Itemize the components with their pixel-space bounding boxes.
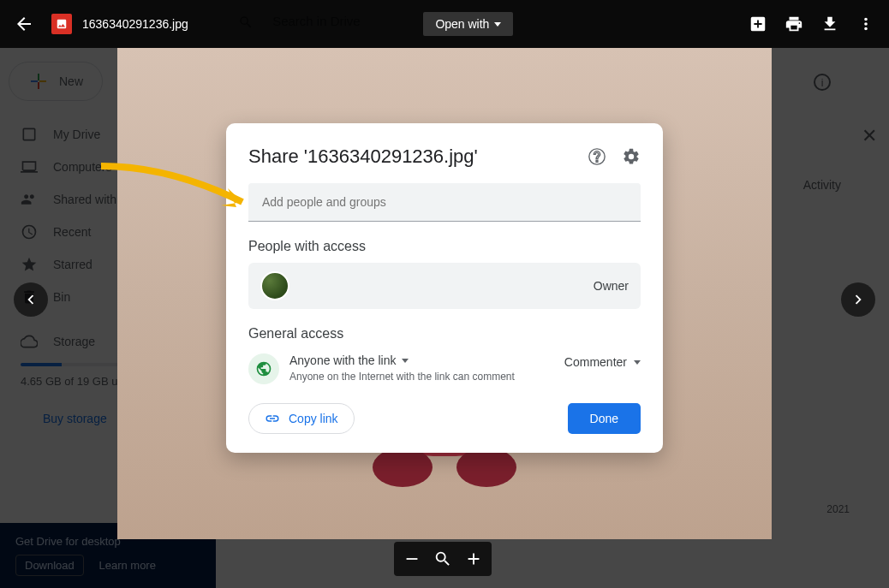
link-icon xyxy=(265,411,280,426)
image-filetype-icon xyxy=(51,14,72,34)
next-image-button[interactable] xyxy=(841,282,875,317)
back-arrow-icon[interactable] xyxy=(14,14,34,34)
help-icon[interactable] xyxy=(588,147,606,166)
access-description: Anyone on the Internet with the link can… xyxy=(289,371,564,383)
more-options-icon[interactable] xyxy=(856,15,875,33)
settings-gear-icon[interactable] xyxy=(622,147,641,166)
globe-icon xyxy=(248,353,279,384)
share-modal: Share '1636340291236.jpg' People with ac… xyxy=(226,123,663,453)
zoom-reset-icon[interactable] xyxy=(433,549,452,568)
print-icon[interactable] xyxy=(785,15,803,33)
zoom-out-icon[interactable] xyxy=(403,549,421,568)
zoom-controls xyxy=(394,542,492,576)
download-icon[interactable] xyxy=(820,15,839,33)
viewer-topbar: 1636340291236.jpg Open with xyxy=(0,0,889,48)
owner-row: Owner xyxy=(248,263,641,309)
owner-role-label: Owner xyxy=(594,279,629,293)
avatar xyxy=(260,271,289,300)
chevron-down-icon xyxy=(634,360,641,365)
add-people-input[interactable] xyxy=(248,183,641,222)
chevron-down-icon xyxy=(402,359,409,363)
zoom-in-icon[interactable] xyxy=(464,549,483,568)
chevron-down-icon xyxy=(494,22,501,27)
permission-dropdown[interactable]: Commenter xyxy=(564,355,641,369)
filename-label: 1636340291236.jpg xyxy=(82,17,188,31)
people-with-access-heading: People with access xyxy=(248,239,641,254)
access-scope-dropdown[interactable]: Anyone with the link xyxy=(289,353,564,367)
general-access-heading: General access xyxy=(248,326,641,342)
prev-image-button[interactable] xyxy=(14,282,48,317)
add-to-drive-icon[interactable] xyxy=(749,15,767,33)
share-modal-title: Share '1636340291236.jpg' xyxy=(248,146,572,168)
copy-link-button[interactable]: Copy link xyxy=(248,403,355,434)
done-button[interactable]: Done xyxy=(568,403,641,434)
open-with-button[interactable]: Open with xyxy=(423,12,513,36)
